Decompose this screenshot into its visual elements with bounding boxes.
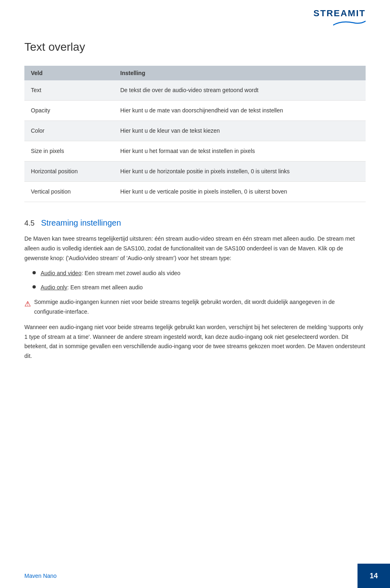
bullet-dot-icon <box>32 271 36 274</box>
table-cell-field: Color <box>24 121 114 141</box>
footer-page-number: 14 <box>358 564 390 588</box>
table-row: OpacityHier kunt u de mate van doorschij… <box>24 101 366 121</box>
logo-text: STREAMIT <box>314 8 366 19</box>
table-row: Vertical positionHier kunt u de vertical… <box>24 182 366 202</box>
list-item-label: Audio and video <box>41 270 81 276</box>
table-cell-description: De tekst die over de audio-video stream … <box>114 80 366 101</box>
table-cell-field: Horizontal position <box>24 162 114 182</box>
logo-swoosh-icon <box>333 19 366 27</box>
table-row: TextDe tekst die over de audio-video str… <box>24 80 366 101</box>
list-item: Audio and video: Een stream met zowel au… <box>32 269 366 278</box>
table-cell-description: Hier kunt u het formaat van de tekst ins… <box>114 141 366 162</box>
info-table: Veld Instelling TextDe tekst die over de… <box>24 66 366 202</box>
list-item: Audio only: Een stream met alleen audio <box>32 283 366 292</box>
table-cell-field: Text <box>24 80 114 101</box>
section-title: Streaming instellingen <box>41 218 121 228</box>
section-paragraph-2: Wanneer een audio-ingang niet voor beide… <box>24 323 366 361</box>
table-header-field: Veld <box>24 66 114 80</box>
list-item-label: Audio only <box>41 284 67 291</box>
page-title: Text overlay <box>24 41 366 54</box>
section-heading: 4.5 Streaming instellingen <box>24 218 366 228</box>
list-item-text: Audio only: Een stream met alleen audio <box>41 283 143 292</box>
table-header-setting: Instelling <box>114 66 366 80</box>
table-cell-description: Hier kunt u de kleur van de tekst kiezen <box>114 121 366 141</box>
table-cell-field: Opacity <box>24 101 114 121</box>
logo-area: STREAMIT <box>314 8 366 28</box>
warning-text: Sommige audio-ingangen kunnen niet voor … <box>34 297 366 317</box>
table-row: ColorHier kunt u de kleur van de tekst k… <box>24 121 366 141</box>
table-cell-field: Size in pixels <box>24 141 114 162</box>
bullet-dot-icon <box>32 285 36 289</box>
table-cell-description: Hier kunt u de verticale positie in pixe… <box>114 182 366 202</box>
table-cell-description: Hier kunt u de mate van doorschijnendhei… <box>114 101 366 121</box>
table-cell-field: Vertical position <box>24 182 114 202</box>
page-footer: Maven Nano 14 <box>0 564 390 588</box>
footer-label: Maven Nano <box>0 573 358 579</box>
table-cell-description: Hier kunt u de horizontale positie in pi… <box>114 162 366 182</box>
section-paragraph-1: De Maven kan twee streams tegelijkertijd… <box>24 234 366 263</box>
bullet-list: Audio and video: Een stream met zowel au… <box>32 269 366 292</box>
table-row: Size in pixelsHier kunt u het formaat va… <box>24 141 366 162</box>
table-row: Horizontal positionHier kunt u de horizo… <box>24 162 366 182</box>
list-item-text: Audio and video: Een stream met zowel au… <box>41 269 180 278</box>
section-number: 4.5 <box>24 219 35 228</box>
warning-block: ⚠ Sommige audio-ingangen kunnen niet voo… <box>24 297 366 317</box>
warning-icon: ⚠ <box>24 298 31 310</box>
